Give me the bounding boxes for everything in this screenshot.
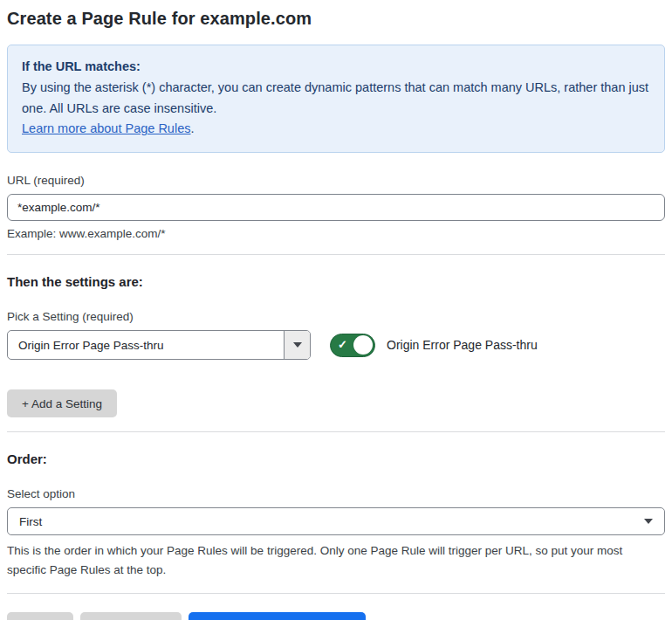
setting-toggle-label: Origin Error Page Pass-thru — [387, 338, 538, 352]
order-select-label: Select option — [7, 487, 665, 500]
learn-more-link[interactable]: Learn more about Page Rules — [22, 121, 190, 135]
info-box-link-line: Learn more about Page Rules. — [22, 119, 650, 140]
chevron-down-icon — [644, 519, 653, 524]
settings-section-heading: Then the settings are: — [7, 274, 665, 289]
divider — [7, 431, 665, 432]
order-select-value: First — [19, 515, 42, 528]
url-match-info-box: If the URL matches: By using the asteris… — [7, 45, 665, 153]
chevron-down-icon — [293, 342, 302, 348]
page-title: Create a Page Rule for example.com — [7, 9, 665, 29]
add-setting-button[interactable]: + Add a Setting — [7, 389, 117, 417]
divider — [7, 254, 665, 255]
action-buttons-row: Cancel Save as Draft Save and Deploy Pag… — [7, 612, 665, 620]
order-help-text: This is the order in which your Page Rul… — [7, 541, 660, 579]
checkmark-icon: ✓ — [338, 339, 347, 350]
setting-picker-label: Pick a Setting (required) — [7, 310, 665, 323]
url-field-label: URL (required) — [7, 174, 665, 187]
setting-select-value: Origin Error Page Pass-thru — [8, 331, 284, 359]
info-box-heading: If the URL matches: — [22, 57, 650, 78]
toggle-knob — [353, 335, 373, 355]
setting-select[interactable]: Origin Error Page Pass-thru — [7, 330, 311, 360]
url-input[interactable] — [7, 194, 665, 221]
order-select[interactable]: First — [7, 507, 665, 535]
setting-select-arrow-button[interactable] — [284, 331, 310, 359]
page-rule-form: Create a Page Rule for example.com If th… — [0, 0, 672, 620]
url-example-hint: Example: www.example.com/* — [7, 227, 665, 240]
link-period: . — [190, 121, 194, 135]
setting-toggle[interactable]: ✓ — [330, 334, 375, 357]
cancel-button[interactable]: Cancel — [7, 612, 73, 620]
info-box-body: By using the asterisk (*) character, you… — [22, 78, 650, 120]
save-as-draft-button[interactable]: Save as Draft — [80, 612, 182, 620]
setting-row: Origin Error Page Pass-thru ✓ Origin Err… — [7, 330, 665, 360]
divider — [7, 593, 665, 594]
order-section-heading: Order: — [7, 451, 665, 466]
save-and-deploy-button[interactable]: Save and Deploy Page Rule — [189, 612, 367, 620]
